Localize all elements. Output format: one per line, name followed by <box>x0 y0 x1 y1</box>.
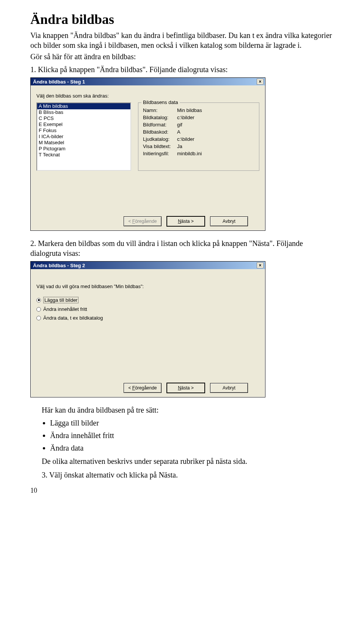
list-item[interactable]: F Fokus <box>37 128 130 134</box>
bullet-item: Ändra data <box>50 444 334 452</box>
intro-instruction: Gör så här för att ändra en bildbas: <box>30 52 334 61</box>
dialog-2-title: Ändra bildbas - Steg 2 <box>33 263 85 268</box>
radio-label: Ändra data, t ex bildkatalog <box>43 315 103 321</box>
previous-button[interactable]: < Föregående <box>124 383 162 393</box>
radio-option-add-images[interactable]: Lägga till bilder <box>36 295 259 305</box>
list-item[interactable]: A Min bildbas <box>37 103 130 109</box>
bildbas-data-group: Bildbasens data Namn:Min bildbas Bildkat… <box>138 102 259 171</box>
bullet-item: Lägga till bilder <box>50 419 334 427</box>
radio-icon <box>36 298 41 303</box>
dialog-step-2: Ändra bildbas - Steg 2 × Välj vad du vil… <box>30 261 265 397</box>
radio-icon <box>36 316 41 320</box>
dialog-1-title: Ändra bildbas - Steg 1 <box>33 79 85 85</box>
kv-row: Ljudkatalog:c:\bilder <box>143 136 254 143</box>
radio-option-edit-content[interactable]: Ändra innehållet fritt <box>36 305 259 314</box>
kv-row: Bildbaskod:A <box>143 128 254 136</box>
list-item[interactable]: E Exempel <box>37 121 130 128</box>
dialog-1-body: Välj den bildbas som ska ändras: A Min b… <box>31 85 265 230</box>
list-item[interactable]: C PCS <box>37 115 130 121</box>
radio-label: Ändra innehållet fritt <box>43 306 87 312</box>
kv-row: Initieringsfil:minbildb.ini <box>143 150 254 157</box>
kv-row: Bildformat:gif <box>143 121 254 128</box>
list-item[interactable]: T Tecknat <box>37 152 130 158</box>
bullet-item: Ändra innehållet fritt <box>50 431 334 440</box>
page-number: 10 <box>30 487 334 495</box>
dialog-2-prompt: Välj vad du vill göra med bildbasen "Min… <box>36 284 259 289</box>
dialog-2-titlebar: Ändra bildbas - Steg 2 × <box>31 262 265 269</box>
step-3: 3. Välj önskat alternativ och klicka på … <box>42 470 334 480</box>
dialog-1-titlebar: Ändra bildbas - Steg 1 × <box>31 78 265 85</box>
list-item[interactable]: I ICA-bilder <box>37 134 130 140</box>
kv-row: Visa bildtext:Ja <box>143 143 254 150</box>
step-1: 1. Klicka på knappen "Ändra bildbas". Fö… <box>30 65 334 74</box>
radio-option-edit-data[interactable]: Ändra data, t ex bildkatalog <box>36 314 259 322</box>
list-item[interactable]: M Matsedel <box>37 140 130 146</box>
previous-button[interactable]: < Föregående <box>124 216 162 226</box>
page-heading: Ändra bildbas <box>30 11 334 27</box>
bildbas-listbox[interactable]: A Min bildbas B Bliss-bas C PCS E Exempe… <box>36 102 131 171</box>
after-text-1: Här kan du ändra bildbasen på tre sätt: <box>42 405 334 415</box>
list-item[interactable]: P Pictogram <box>37 146 130 152</box>
group-title: Bildbasens data <box>141 99 180 105</box>
next-button[interactable]: Nästa > <box>167 383 205 393</box>
next-button[interactable]: Nästa > <box>167 216 205 226</box>
radio-label: Lägga till bilder <box>43 297 78 303</box>
bullet-list: Lägga till bilder Ändra innehållet fritt… <box>50 419 334 452</box>
kv-row: Namn:Min bildbas <box>143 107 254 114</box>
radio-group: Lägga till bilder Ändra innehållet fritt… <box>36 295 259 322</box>
cancel-button[interactable]: Avbryt <box>210 216 248 226</box>
after-text-2: De olika alternativen beskrivs under sep… <box>42 456 334 466</box>
step-2: 2. Markera den bildbas som du vill ändra… <box>30 238 334 258</box>
intro-paragraph: Via knappen "Ändra bildbas" kan du ändra… <box>30 30 334 50</box>
close-icon[interactable]: × <box>257 79 264 85</box>
list-item[interactable]: B Bliss-bas <box>37 109 130 115</box>
close-icon[interactable]: × <box>257 262 264 268</box>
radio-icon <box>36 307 41 312</box>
kv-row: Bildkatalog:c:\bilder <box>143 114 254 121</box>
dialog-2-body: Välj vad du vill göra med bildbasen "Min… <box>31 269 265 397</box>
dialog-1-prompt: Välj den bildbas som ska ändras: <box>36 93 259 99</box>
dialog-step-1: Ändra bildbas - Steg 1 × Välj den bildba… <box>30 77 265 231</box>
cancel-button[interactable]: Avbryt <box>210 383 248 393</box>
